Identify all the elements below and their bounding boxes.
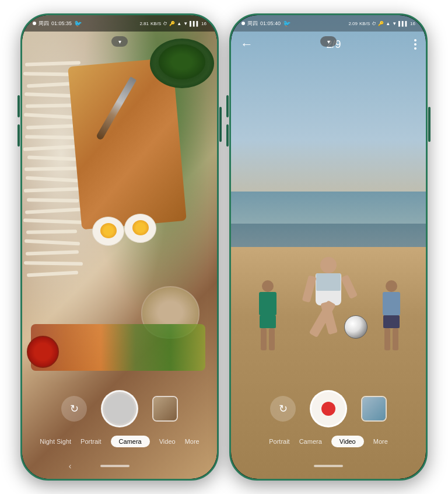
- dropdown-arrow-left[interactable]: ▾: [111, 36, 128, 47]
- notification-dot: [33, 22, 36, 25]
- signal-icon: ▲: [177, 21, 181, 26]
- status-speed-unit: KB/S: [150, 21, 161, 26]
- right-phone-screen: 周四 01:05:40 🐦 2.09 KB/S ⏱ 🔑 ▲ ▼ ▌▌▌ 16 ←: [231, 15, 426, 479]
- egg-half-2: [124, 214, 156, 243]
- bystander-left-shorts: [260, 315, 276, 328]
- noodle-12: [26, 176, 79, 183]
- noodle-21: [27, 271, 78, 277]
- mode-more-left[interactable]: More: [185, 438, 200, 445]
- right-clock-icon: ⏱: [372, 21, 376, 26]
- mode-portrait-left[interactable]: Portrait: [80, 438, 101, 445]
- status-icon-bird: 🐦: [74, 20, 82, 27]
- bystander-left-head: [262, 280, 274, 292]
- noodle-14: [27, 198, 79, 203]
- volume-up-button[interactable]: [18, 95, 20, 117]
- back-nav-left[interactable]: ‹: [69, 461, 72, 471]
- right-key-icon: 🔑: [378, 21, 384, 26]
- right-status-right: 2.09 KB/S ⏱ 🔑 ▲ ▼ ▌▌▌ 16: [348, 21, 415, 26]
- left-camera-controls: ↻ Night Sight Portrait Camera Video More: [22, 390, 217, 455]
- mode-video-left[interactable]: Video: [159, 438, 176, 445]
- wifi-icon: ▼: [183, 21, 188, 26]
- spinach-bowl: [150, 39, 214, 88]
- noodle-10: [27, 156, 78, 161]
- noodle-16: [23, 218, 83, 224]
- right-volume-up-button[interactable]: [226, 95, 229, 117]
- mode-video-active[interactable]: Video: [331, 436, 364, 447]
- mode-camera-right[interactable]: Camera: [299, 438, 322, 445]
- right-phone: 周四 01:05:40 🐦 2.09 KB/S ⏱ 🔑 ▲ ▼ ▌▌▌ 16 ←: [229, 13, 428, 481]
- right-power-button[interactable]: [428, 107, 430, 142]
- bystander-right: [383, 280, 400, 350]
- noodle-17: [26, 229, 77, 234]
- right-mode-bar: Portrait Camera Video More: [231, 436, 426, 447]
- dot-2: [414, 43, 416, 46]
- right-nav-bar: [231, 458, 426, 474]
- bystander-left-legs: [259, 328, 276, 350]
- shutter-button[interactable]: [101, 390, 138, 427]
- right-status-left: 周四 01:05:40 🐦: [242, 20, 291, 27]
- right-notification-dot: [242, 22, 245, 25]
- left-nav-bar: ‹: [22, 458, 217, 474]
- noodle-18: [24, 239, 80, 246]
- right-battery-num: 16: [410, 21, 415, 26]
- egg-yolk-1: [100, 223, 117, 238]
- noodle-8: [25, 135, 81, 140]
- battery-num: 16: [201, 21, 206, 26]
- left-phone-screen: 周四 01:05:35 🐦 2.81 KB/S ⏱ 🔑 ▲ ▼ ▌▌▌ 16 ▾: [22, 15, 217, 479]
- thumbnail-button[interactable]: [152, 396, 178, 422]
- player-shirt: [316, 273, 341, 305]
- right-flip-camera-button[interactable]: ↻: [270, 396, 296, 422]
- dot-1: [414, 39, 416, 41]
- mode-night-sight[interactable]: Night Sight: [40, 438, 71, 445]
- bystander-left-leg-2: [269, 328, 275, 350]
- key-icon: 🔑: [169, 21, 175, 26]
- right-status-icon-bird: 🐦: [283, 20, 291, 27]
- egg-half-1: [92, 217, 124, 246]
- bystander-right-head: [386, 280, 397, 292]
- bystander-left: [259, 280, 276, 350]
- record-indicator: [321, 402, 335, 416]
- noodle-15: [25, 207, 83, 214]
- bystander-right-leg-1: [384, 328, 390, 350]
- home-indicator-left[interactable]: [100, 465, 130, 467]
- signal-bars: ▌▌▌: [190, 21, 200, 26]
- dropdown-arrow-right[interactable]: ▾: [320, 36, 337, 47]
- bystander-right-leg-2: [393, 328, 398, 350]
- left-phone-frame: 周四 01:05:35 🐦 2.81 KB/S ⏱ 🔑 ▲ ▼ ▌▌▌ 16 ▾: [20, 13, 219, 481]
- soccer-player-main: [308, 257, 349, 350]
- status-left: 周四 01:05:35 🐦: [33, 20, 82, 27]
- right-signal-icon: ▲: [386, 21, 390, 26]
- right-signal-bars: ▌▌▌: [398, 21, 408, 26]
- home-indicator-right[interactable]: [314, 465, 343, 467]
- mode-portrait-right[interactable]: Portrait: [269, 438, 289, 445]
- right-thumbnail-preview: [362, 397, 386, 420]
- power-button[interactable]: [219, 107, 222, 142]
- noodle-11: [24, 166, 83, 171]
- left-camera-buttons: ↻: [22, 390, 217, 427]
- back-button-right[interactable]: ←: [240, 37, 253, 52]
- left-status-bar: 周四 01:05:35 🐦 2.81 KB/S ⏱ 🔑 ▲ ▼ ▌▌▌ 16: [22, 15, 217, 32]
- thumbnail-preview: [153, 397, 177, 420]
- more-menu-button[interactable]: [414, 39, 416, 50]
- status-speed: 2.81: [139, 21, 149, 26]
- flip-camera-button[interactable]: ↻: [61, 396, 87, 422]
- right-camera-buttons: ↻: [231, 390, 426, 427]
- right-wifi-icon: ▼: [392, 21, 397, 26]
- bystander-left-leg-1: [261, 328, 267, 350]
- shutter-inner: [104, 394, 135, 424]
- player-shorts: [316, 273, 341, 291]
- egg-yolk-2: [132, 220, 149, 235]
- bystander-right-shirt: [383, 292, 400, 315]
- right-status-time: 01:05:40: [260, 20, 281, 26]
- dot-3: [414, 47, 416, 50]
- video-shutter-button[interactable]: [310, 390, 347, 427]
- mode-camera-active[interactable]: Camera: [111, 436, 150, 447]
- bystander-right-legs: [383, 328, 400, 350]
- noodle-1: [25, 61, 80, 66]
- bystander-right-shorts: [383, 315, 400, 328]
- right-volume-down-button[interactable]: [226, 124, 229, 147]
- mode-more-right[interactable]: More: [373, 438, 388, 445]
- right-thumbnail-button[interactable]: [361, 396, 387, 422]
- noodle-19: [26, 250, 79, 255]
- volume-down-button[interactable]: [18, 124, 20, 147]
